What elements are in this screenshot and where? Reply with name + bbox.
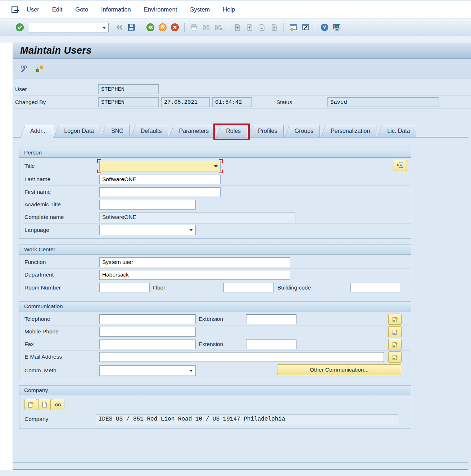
- first-page-button[interactable]: [232, 22, 243, 33]
- tab-groups[interactable]: Groups: [284, 125, 320, 137]
- create-shortcut-button[interactable]: [300, 22, 311, 33]
- assign-other-company-address-button[interactable]: [24, 399, 37, 410]
- collapse-button[interactable]: [114, 22, 124, 33]
- print-icon: [190, 23, 198, 32]
- display-change-button[interactable]: [19, 63, 30, 74]
- mobile-other-button[interactable]: [388, 326, 402, 337]
- find-button[interactable]: [201, 22, 212, 33]
- application-toolbar: [13, 59, 471, 78]
- comm-meth-row: Comm. Meth Other Communication...: [24, 363, 411, 378]
- academic-title-input[interactable]: [99, 200, 196, 210]
- create-company-address-button[interactable]: [38, 399, 51, 410]
- fax-extension-input[interactable]: [246, 340, 296, 349]
- back-button[interactable]: [145, 22, 156, 33]
- tab-lic-data[interactable]: Lic. Data: [377, 125, 416, 137]
- tab-logon-data[interactable]: Logon Data: [54, 125, 100, 137]
- mobile-phone-label: Mobile Phone: [24, 328, 99, 335]
- menu-environment[interactable]: Environment: [144, 6, 177, 13]
- command-field-box: [29, 23, 109, 32]
- tab-parameters[interactable]: Parameters: [169, 125, 215, 137]
- first-name-input[interactable]: [99, 187, 221, 197]
- tab-addr[interactable]: Addr...: [20, 125, 53, 138]
- floor-label: Floor: [150, 284, 223, 291]
- academic-title-row: Academic Title: [24, 198, 411, 211]
- fax-input[interactable]: [99, 340, 196, 349]
- find-icon: [202, 23, 210, 32]
- standard-toolbar: ?: [0, 19, 471, 36]
- title-label: Title: [24, 163, 99, 169]
- address-tab-panel: Person Title: [13, 137, 468, 463]
- work-center-section: Work Center Function Department Room Num…: [19, 244, 411, 296]
- tab-defaults[interactable]: Defaults: [131, 125, 168, 137]
- title-combo[interactable]: [99, 161, 221, 171]
- first-name-label: First name: [24, 189, 99, 195]
- print-button[interactable]: [189, 22, 199, 33]
- menu-goto[interactable]: Goto: [75, 6, 88, 13]
- tab-strip: Addr...Logon DataSNCDefaultsParametersRo…: [20, 123, 471, 137]
- find-next-button[interactable]: [213, 22, 224, 33]
- tab-personalization[interactable]: Personalization: [321, 125, 376, 137]
- telephone-input[interactable]: [99, 314, 196, 324]
- complete-name-label: Complete name: [24, 214, 99, 220]
- person-section: Person Title: [19, 148, 411, 239]
- tab-profiles[interactable]: Profiles: [248, 125, 284, 137]
- display-company-address-button[interactable]: [52, 399, 64, 410]
- toolbar-separator: [228, 23, 228, 32]
- status-value-field: Saved: [327, 97, 439, 107]
- menu-help[interactable]: Help: [223, 6, 235, 13]
- references-button[interactable]: [34, 63, 45, 74]
- exit-button[interactable]: [157, 22, 168, 33]
- page-up-button[interactable]: [244, 22, 255, 33]
- telephone-other-button[interactable]: [388, 314, 402, 325]
- floor-input[interactable]: [223, 283, 274, 292]
- menu-system[interactable]: System: [190, 6, 210, 13]
- last-name-input[interactable]: [99, 175, 221, 184]
- comm-meth-combo[interactable]: [99, 365, 196, 376]
- command-input[interactable]: [30, 23, 101, 32]
- cancel-button[interactable]: [169, 22, 180, 33]
- changed-time-field: 01:54:42: [212, 97, 252, 107]
- cancel-icon: [171, 23, 179, 32]
- email-other-button[interactable]: [388, 351, 402, 363]
- address-versions-button[interactable]: [394, 160, 407, 171]
- department-input[interactable]: [99, 270, 290, 280]
- fax-row: Fax Extension: [24, 338, 411, 351]
- tab-roles[interactable]: Roles: [216, 125, 247, 137]
- exit-icon: [158, 23, 167, 32]
- help-icon: ?: [320, 23, 329, 32]
- tab-label: Roles: [216, 125, 247, 137]
- new-session-button[interactable]: [288, 22, 299, 33]
- language-combo[interactable]: [99, 225, 196, 235]
- tab-snc[interactable]: SNC: [101, 125, 130, 137]
- department-label: Department: [24, 271, 99, 278]
- academic-title-label: Academic Title: [24, 201, 99, 208]
- menu-edit[interactable]: Edit: [52, 6, 62, 13]
- customize-layout-button[interactable]: [331, 22, 342, 33]
- fax-other-button[interactable]: [388, 339, 402, 350]
- menu-user[interactable]: User: [27, 6, 39, 13]
- system-menu-icon[interactable]: [11, 5, 22, 14]
- save-button[interactable]: [126, 22, 137, 33]
- changed-by-row: Changed By STEPHEN 27.05.2021 01:54:42 S…: [13, 96, 471, 109]
- enter-button[interactable]: [14, 22, 25, 33]
- building-code-input[interactable]: [350, 283, 400, 292]
- display-change-icon: [20, 64, 29, 73]
- other-communication-button[interactable]: Other Communication...: [277, 364, 401, 375]
- last-page-button[interactable]: [269, 22, 280, 33]
- page-down-button[interactable]: [257, 22, 267, 33]
- tab-label: Logon Data: [54, 125, 100, 137]
- menu-information[interactable]: Information: [101, 6, 131, 13]
- function-input[interactable]: [99, 257, 290, 267]
- help-button[interactable]: ?: [319, 22, 330, 33]
- room-number-input[interactable]: [99, 283, 150, 292]
- email-input[interactable]: [99, 352, 384, 362]
- mobile-phone-input[interactable]: [99, 327, 196, 337]
- telephone-extension-input[interactable]: [246, 314, 296, 324]
- user-row: User STEPHEN: [13, 83, 471, 96]
- company-label: Company: [24, 416, 96, 422]
- menu-bar: UserEditGotoInformationEnvironmentSystem…: [0, 0, 471, 19]
- comm-meth-label: Comm. Meth: [24, 367, 99, 374]
- company-value-field: IDES US / 851 Red Lion Road 10 / US 1914…: [96, 414, 398, 424]
- tab-label: Parameters: [169, 125, 215, 137]
- outer-bottom-strip: [0, 470, 471, 476]
